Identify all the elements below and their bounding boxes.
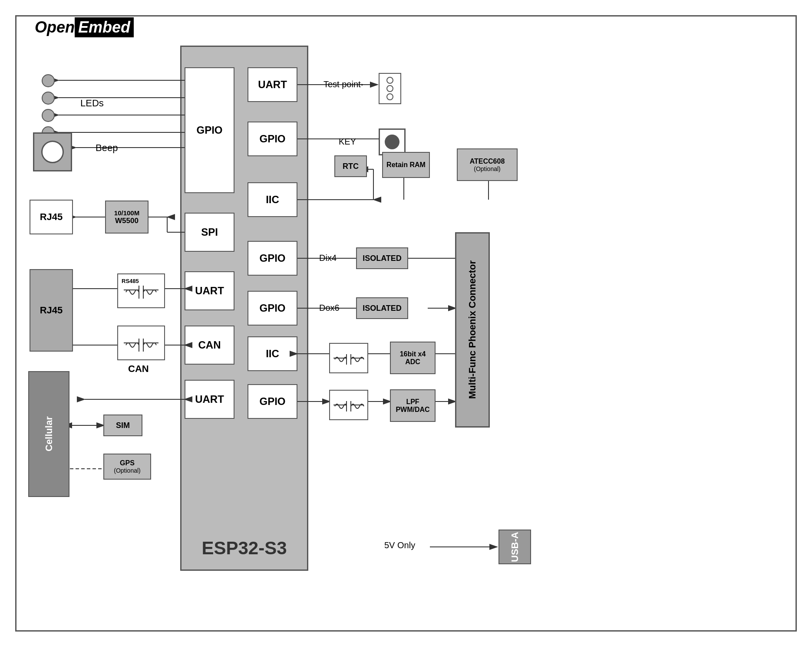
iface-uart-rs485: UART [185, 271, 234, 310]
leds-label: LEDs [80, 98, 104, 109]
adc-bits-label: 16bit x4 [400, 350, 426, 358]
iface-spi: SPI [185, 213, 234, 252]
transformer-lpf-svg [331, 393, 366, 417]
tp-circle3 [386, 93, 393, 100]
adc-transformer [329, 343, 368, 373]
w5500-box: 10/100M W5500 [105, 201, 149, 234]
pwm-dac-label: PWM/DAC [396, 406, 429, 414]
iface-uart-right: UART [248, 67, 297, 102]
isolated-box2: ISOLATED [356, 297, 408, 319]
5v-only-label: 5V Only [384, 540, 415, 550]
iface-gpio-right3: GPIO [248, 291, 297, 326]
w5500-top-label: 10/100M [114, 209, 139, 217]
multiconn: Multi-Func Phoenix Connector [455, 232, 490, 428]
logo: Open Embed [35, 17, 134, 37]
beep-label: Beep [96, 142, 118, 154]
logo-embed: Embed [75, 17, 134, 37]
usba-box: USB-A [498, 530, 531, 564]
tp-arrow-indicator: → [356, 79, 365, 89]
retain-ram-box: Retain RAM [382, 152, 430, 178]
rtc-box: RTC [334, 155, 367, 177]
led2 [42, 92, 55, 105]
sim-box: SIM [103, 415, 142, 436]
atecc-optional-label: (Optional) [474, 165, 500, 172]
logo-open: Open [35, 18, 75, 36]
cellular-box: Cellular [28, 371, 69, 497]
iface-iic-right2: IIC [248, 336, 297, 371]
retain-ram-label: Retain RAM [386, 161, 426, 169]
rj45-top: RJ45 [30, 200, 73, 234]
beep-component [33, 132, 72, 171]
lpf-label: LPF [406, 398, 419, 406]
gps-optional-label: (Optional) [114, 467, 140, 474]
dox6-label: Dox6 [319, 303, 340, 313]
can-transformer [117, 326, 165, 360]
diagram-border [15, 15, 797, 632]
gps-box: GPS (Optional) [103, 454, 151, 480]
multiconn-label: Multi-Func Phoenix Connector [467, 261, 478, 399]
iface-gpio-left: GPIO [185, 67, 234, 193]
lpf-box: LPF PWM/DAC [390, 389, 436, 422]
rj45-bottom: RJ45 [30, 269, 73, 352]
rs485-transformer: RS485 [117, 273, 165, 308]
transformer-adc-svg [331, 346, 366, 370]
iface-gpio-right1: GPIO [248, 122, 297, 156]
atecc-box: ATECC608 (Optional) [457, 148, 518, 181]
key-inner [385, 135, 399, 149]
lpf-transformer [329, 390, 368, 420]
iface-gpio-right4: GPIO [248, 384, 297, 419]
led3 [42, 109, 55, 122]
svg-text:RS485: RS485 [122, 278, 139, 284]
test-point-label: Test point [323, 79, 361, 89]
beep-inner [41, 141, 64, 163]
gps-label: GPS [120, 459, 135, 467]
atecc-label: ATECC608 [470, 158, 505, 165]
adc-box: 16bit x4 ADC [390, 342, 436, 374]
adc-label: ADC [405, 358, 420, 366]
led1 [42, 74, 55, 87]
iface-uart-cellular: UART [185, 380, 234, 419]
tp-circle2 [386, 85, 393, 92]
w5500-label: W5500 [115, 217, 139, 225]
transformer-rs485-svg: RS485 [119, 277, 163, 305]
iface-iic-right1: IIC [248, 182, 297, 217]
tp-circle1 [386, 77, 393, 84]
key-label: KEY [339, 137, 356, 147]
isolated-box1: ISOLATED [356, 247, 408, 269]
iface-can: CAN [185, 326, 234, 365]
esp32-label: ESP32-S3 [182, 538, 307, 559]
dix4-label: Dix4 [319, 253, 337, 263]
test-point [379, 73, 401, 104]
can-label-below: CAN [128, 363, 149, 375]
diagram: Open Embed ESP32-S3 GPIO SPI UART CAN UA… [0, 0, 812, 645]
iface-gpio-right2: GPIO [248, 241, 297, 276]
transformer-can-svg [119, 329, 163, 357]
key-button [379, 128, 406, 155]
